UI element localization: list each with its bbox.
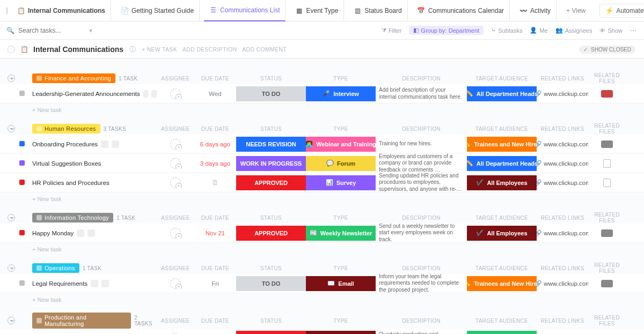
assignee-placeholder[interactable] xyxy=(170,158,181,169)
type-pill[interactable]: 📊Survey xyxy=(306,175,376,190)
column-header[interactable]: RELATED LINKS xyxy=(537,76,588,81)
task-name-cell[interactable]: HR Policies and Procedures xyxy=(32,180,157,186)
task-name-cell[interactable]: Happy Monday xyxy=(32,229,157,237)
type-pill[interactable]: ✉️Email xyxy=(306,276,376,291)
file-badge[interactable] xyxy=(601,280,613,287)
status-pill[interactable]: TO DO xyxy=(236,86,306,101)
due-date[interactable]: 3 days ago xyxy=(194,160,236,167)
column-header[interactable]: DUE DATE xyxy=(194,76,236,81)
task-name-cell[interactable]: Leadership-Generated Announcements xyxy=(32,90,157,98)
column-header[interactable]: TYPE xyxy=(306,318,376,324)
column-header[interactable]: DUE DATE xyxy=(194,318,236,324)
description-cell[interactable]: Add brief description of your internal c… xyxy=(376,87,467,100)
status-pill[interactable]: APPROVED xyxy=(236,226,306,241)
status-dot[interactable] xyxy=(19,91,25,96)
tab-event-type[interactable]: ▦ Event Type xyxy=(290,0,344,21)
task-attachment-icon[interactable] xyxy=(101,140,108,148)
column-header[interactable]: TARGET AUDIENCE xyxy=(467,318,537,324)
column-header[interactable]: TYPE xyxy=(306,126,376,132)
task-row[interactable]: HR Policies and Procedures 🗓 APPROVED 📊S… xyxy=(0,173,644,192)
collapse-icon[interactable] xyxy=(8,214,15,221)
description-cell[interactable]: Quarterly production and manufacturing r… xyxy=(376,331,467,334)
related-link-cell[interactable]: 🔗www.clickup.com xyxy=(537,179,588,187)
tab-communications-list[interactable]: ☰ Communications List xyxy=(204,0,286,21)
related-link-cell[interactable]: 🔗www.clickup.com xyxy=(537,160,588,167)
audience-pill[interactable]: ✏️Trainees and New Hires xyxy=(467,276,537,291)
column-header[interactable]: DUE DATE xyxy=(194,215,236,221)
description-cell[interactable]: Training for new hires. xyxy=(376,140,467,147)
column-header[interactable]: STATUS xyxy=(236,76,306,81)
column-header[interactable]: RELATED LINKS xyxy=(537,265,588,271)
audience-pill[interactable]: ✔️Executive Committee xyxy=(467,331,537,335)
task-attachment-icon[interactable] xyxy=(143,90,149,98)
related-file-cell[interactable] xyxy=(588,179,626,187)
related-file-cell[interactable] xyxy=(588,159,626,168)
related-file-cell[interactable] xyxy=(588,280,626,287)
due-date[interactable]: Nov 21 xyxy=(194,230,236,236)
column-header[interactable]: DESCRIPTION xyxy=(376,215,467,221)
new-task-button[interactable]: + New task xyxy=(0,103,644,113)
column-header[interactable]: ASSIGNEE xyxy=(157,76,194,81)
collapse-icon[interactable] xyxy=(8,125,15,132)
group-tag[interactable]: Information Technology xyxy=(32,213,113,222)
status-pill[interactable]: WORK IN PROGRESS xyxy=(236,156,306,171)
status-dot[interactable] xyxy=(19,141,25,146)
filter-button[interactable]: ⧩Filter xyxy=(382,27,401,34)
column-header[interactable]: ASSIGNEE xyxy=(157,215,194,221)
new-task-button[interactable]: + NEW TASK xyxy=(142,46,177,53)
column-header[interactable]: DESCRIPTION xyxy=(376,265,467,271)
task-name-cell[interactable]: Legal Requirements xyxy=(32,280,157,287)
new-task-button[interactable]: + New task xyxy=(0,293,644,303)
search-box[interactable]: 🔍 xyxy=(6,26,82,35)
group-by-button[interactable]: ◧Group by: Department xyxy=(409,26,484,35)
add-view-button[interactable]: + View xyxy=(561,0,591,21)
column-header[interactable]: STATUS xyxy=(236,265,306,271)
description-cell[interactable]: Employees and customers of a company or … xyxy=(376,153,467,174)
assignee-placeholder[interactable] xyxy=(170,228,181,239)
audience-pill[interactable]: ✏️All Department Heads xyxy=(467,86,537,101)
column-header[interactable]: RELATED FILES xyxy=(588,212,626,224)
type-pill[interactable]: 💬Forum xyxy=(306,156,376,171)
collapse-icon[interactable] xyxy=(8,75,15,82)
new-task-button[interactable]: + New task xyxy=(0,192,644,202)
chevron-down-icon[interactable]: ▾ xyxy=(89,27,92,34)
assignee-placeholder[interactable] xyxy=(170,139,181,150)
related-link-cell[interactable]: 🔗www.clickup.com xyxy=(537,229,588,237)
type-pill[interactable]: ✉️Email xyxy=(306,331,376,335)
file-badge[interactable] xyxy=(601,229,613,237)
column-header[interactable]: TYPE xyxy=(306,265,376,271)
task-attachment-icon[interactable] xyxy=(101,280,109,287)
status-pill[interactable]: APPROVED xyxy=(236,175,306,190)
search-input[interactable] xyxy=(17,26,71,35)
due-date[interactable]: 🗓 xyxy=(194,180,236,186)
show-closed-button[interactable]: ✓ SHOW CLOSED xyxy=(579,46,635,54)
status-dot[interactable] xyxy=(19,180,25,185)
description-cell[interactable]: Send out a weekly newsletter to start ev… xyxy=(376,223,467,243)
related-link-cell[interactable]: 🔗www.clickup.com xyxy=(537,280,588,287)
description-cell[interactable]: Inform your team the legal requirements … xyxy=(376,273,467,294)
sidebar-toggle-icon[interactable] xyxy=(6,7,8,14)
audience-pill[interactable]: ✏️All Department Heads xyxy=(467,156,537,171)
column-header[interactable]: STATUS xyxy=(236,318,306,324)
task-row[interactable]: Quarterly Progress Report Wed APPROVED ✉… xyxy=(0,329,644,334)
due-date[interactable]: Wed xyxy=(194,91,236,97)
column-header[interactable]: TARGET AUDIENCE xyxy=(467,215,537,221)
assignee-placeholder[interactable] xyxy=(170,88,181,99)
type-pill[interactable]: 🧑‍💻Webinar and Training xyxy=(306,137,376,152)
column-header[interactable]: RELATED FILES xyxy=(588,315,626,326)
column-header[interactable]: STATUS xyxy=(236,126,306,132)
related-link-cell[interactable]: 🔗www.clickup.com xyxy=(537,90,588,98)
related-file-cell[interactable] xyxy=(588,140,626,148)
column-header[interactable]: DESCRIPTION xyxy=(376,76,467,81)
more-icon[interactable]: ⋯ xyxy=(630,27,638,34)
task-row[interactable]: Onboarding Procedures 6 days ago NEEDS R… xyxy=(0,135,644,154)
status-pill[interactable]: APPROVED xyxy=(236,331,306,335)
info-icon[interactable]: ⓘ xyxy=(129,46,136,53)
file-doc-icon[interactable] xyxy=(603,159,611,168)
task-row[interactable]: Leadership-Generated Announcements Wed T… xyxy=(0,84,644,103)
related-file-cell[interactable] xyxy=(588,229,626,237)
column-header[interactable]: DESCRIPTION xyxy=(376,126,467,132)
task-name-cell[interactable]: Virtual Suggestion Boxes xyxy=(32,160,157,167)
type-pill[interactable]: 🎤Interview xyxy=(306,86,376,101)
me-button[interactable]: 👤Me xyxy=(530,27,547,34)
